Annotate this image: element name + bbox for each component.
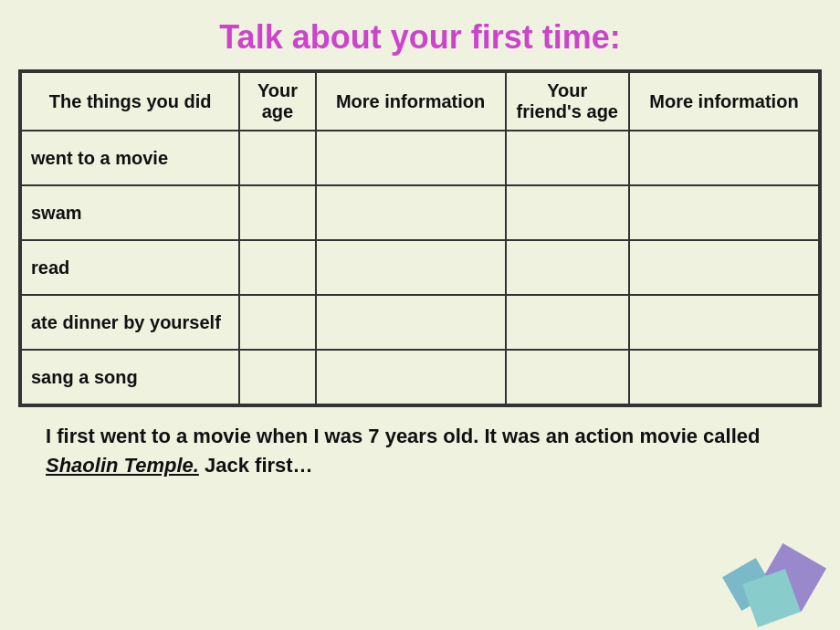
page-container: Talk about your first time: The things y… [0, 0, 840, 630]
cell-more-info-1-0 [316, 131, 506, 185]
cell-friend-age-1 [506, 185, 629, 240]
cell-activity-3: ate dinner by yourself [21, 295, 239, 350]
cell-more-info-2-4 [629, 350, 819, 404]
table-row: ate dinner by yourself [21, 295, 819, 350]
table-row: sang a song [21, 350, 819, 404]
cell-friend-age-4 [506, 350, 629, 404]
header-your-age: Your age [239, 72, 315, 131]
header-more-info-1: More information [316, 72, 506, 131]
cell-more-info-2-1 [629, 185, 819, 240]
cell-more-info-2-3 [629, 295, 819, 350]
cell-friend-age-0 [506, 131, 629, 185]
page-title: Talk about your first time: [18, 9, 822, 69]
cell-more-info-2-0 [629, 131, 819, 185]
cell-more-info-1-3 [316, 295, 506, 350]
table-row: swam [21, 185, 819, 240]
cell-activity-2: read [21, 240, 239, 295]
header-friend-age: Your friend's age [506, 72, 629, 131]
cell-more-info-2-2 [629, 240, 819, 295]
cell-activity-4: sang a song [21, 350, 239, 404]
cell-more-info-1-1 [316, 185, 506, 240]
decorative-shapes [721, 539, 822, 621]
cell-your-age-4 [239, 350, 315, 404]
bottom-text-part1: I first went to a movie when I was 7 yea… [46, 425, 760, 447]
cell-friend-age-3 [506, 295, 629, 350]
cell-activity-1: swam [21, 185, 239, 240]
bottom-text: I first went to a movie when I was 7 yea… [18, 407, 822, 489]
cell-more-info-1-2 [316, 240, 506, 295]
cell-friend-age-2 [506, 240, 629, 295]
table-row: read [21, 240, 819, 295]
cell-your-age-1 [239, 185, 315, 240]
cell-your-age-2 [239, 240, 315, 295]
bottom-text-italic: Shaolin Temple. [46, 454, 199, 477]
cell-your-age-0 [239, 131, 315, 185]
header-more-info-2: More information [629, 72, 819, 131]
table-body: went to a movieswamreadate dinner by you… [21, 131, 819, 404]
header-things: The things you did [21, 72, 239, 131]
activity-table-wrapper: The things you did Your age More informa… [18, 69, 822, 407]
table-header-row: The things you did Your age More informa… [21, 72, 819, 131]
activity-table: The things you did Your age More informa… [20, 71, 820, 405]
table-row: went to a movie [21, 131, 819, 185]
cell-more-info-1-4 [316, 350, 506, 404]
cell-your-age-3 [239, 295, 315, 350]
cell-activity-0: went to a movie [21, 131, 239, 185]
bottom-text-part2: Jack first… [199, 454, 313, 477]
